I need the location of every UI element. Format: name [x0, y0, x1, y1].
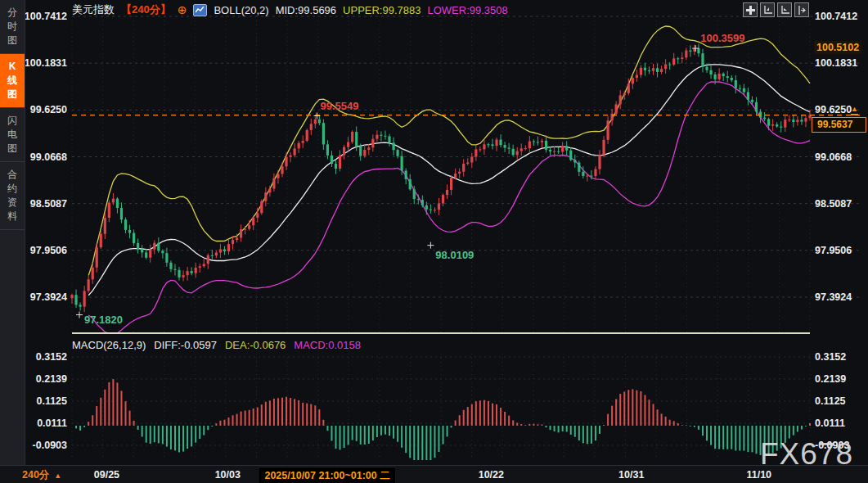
macd-diff-value: DIFF:-0.0597	[154, 339, 217, 351]
instrument-title: 美元指数	[72, 2, 115, 17]
high-price-label: 100.5102	[814, 41, 861, 54]
svg-text:99.0668: 99.0668	[815, 151, 852, 163]
svg-text:97.9506: 97.9506	[815, 245, 852, 256]
timestamp-box: 2025/10/07 21:00~01:00 二	[258, 467, 396, 483]
svg-text:99.6250: 99.6250	[30, 104, 67, 115]
boll-label: BOLL(20,2)	[214, 4, 268, 16]
svg-text:97.1820: 97.1820	[84, 314, 123, 326]
svg-text:0.2139: 0.2139	[815, 373, 846, 385]
svg-text:100.7412: 100.7412	[25, 11, 67, 22]
chart-toolbar	[743, 2, 809, 17]
date-label: 10/03	[215, 469, 241, 481]
scroll-up-marker[interactable]: ▲	[851, 106, 858, 115]
chart-header: 美元指数 【240分】 ⊕ BOLL(20,2) MID:99.5696 UPP…	[72, 3, 508, 16]
period-selector[interactable]: 240分 ▲	[22, 468, 61, 482]
svg-text:97.3924: 97.3924	[815, 291, 852, 303]
svg-text:0.1125: 0.1125	[36, 395, 67, 407]
axis-labels: 100.7412100.7412100.1831100.183199.62509…	[25, 11, 857, 451]
svg-text:98.0109: 98.0109	[435, 249, 474, 261]
svg-text:97.3924: 97.3924	[30, 291, 67, 303]
svg-text:100.3599: 100.3599	[700, 32, 744, 44]
time-axis: 240分 ▲ 2025/10/07 21:00~01:00 二 09/2510/…	[0, 465, 868, 483]
macd-header: MACD(26,12,9) DIFF:-0.0597 DEA:-0.0676 M…	[72, 339, 361, 351]
svg-text:-0.0903: -0.0903	[33, 440, 67, 451]
indicator-chart-icon[interactable]	[193, 4, 207, 16]
svg-text:0.0111: 0.0111	[815, 418, 845, 429]
period-text: 240分	[22, 468, 49, 482]
svg-text:0.1125: 0.1125	[815, 395, 846, 407]
svg-text:100.7412: 100.7412	[815, 11, 857, 22]
watermark: FX678	[760, 437, 853, 472]
sidebar-tab-contract-info[interactable]: 合约资料	[0, 162, 25, 230]
boll-mid-value: MID:99.5696	[276, 4, 336, 16]
sidebar-tab-time-chart[interactable]: 分时图	[0, 0, 25, 54]
price-annotations: 100.359999.554998.010997.1820	[76, 32, 744, 325]
svg-text:0.0111: 0.0111	[37, 418, 67, 429]
svg-text:0.2139: 0.2139	[36, 373, 67, 385]
svg-text:100.1831: 100.1831	[815, 57, 857, 69]
svg-text:98.5087: 98.5087	[815, 198, 852, 210]
svg-text:99.5549: 99.5549	[320, 100, 358, 112]
sidebar-tab-kline-chart[interactable]: K线图	[0, 54, 25, 108]
sidebar-tab-flash-chart[interactable]: 闪电图	[0, 108, 25, 162]
period-up-triangle: ▲	[54, 472, 61, 480]
date-label: 10/31	[618, 469, 644, 481]
date-label: 09/25	[94, 469, 119, 481]
trading-terminal: 100.7412100.7412100.1831100.183199.62509…	[0, 0, 868, 483]
pan-right-icon[interactable]	[794, 2, 809, 17]
svg-text:98.5087: 98.5087	[30, 198, 67, 210]
boll-lower-value: LOWER:99.3508	[427, 4, 507, 16]
interval-label[interactable]: 【240分】	[121, 2, 171, 17]
svg-text:0.3152: 0.3152	[815, 351, 846, 363]
candles	[70, 44, 811, 313]
svg-text:99.6250: 99.6250	[815, 104, 852, 115]
sidebar: 分时图K线图闪电图合约资料	[0, 0, 25, 465]
move-crosshair-icon[interactable]	[743, 2, 758, 17]
crosshair-target-icon[interactable]: ⊕	[178, 3, 187, 16]
macd-macd-value: MACD:0.0158	[294, 339, 361, 351]
date-label: 10/22	[479, 469, 504, 481]
svg-text:97.9506: 97.9506	[30, 245, 67, 256]
svg-text:99.0668: 99.0668	[30, 151, 67, 163]
macd-params-label: MACD(26,12,9)	[72, 339, 146, 351]
zoom-axis-right-icon[interactable]	[777, 2, 792, 17]
boll-upper-value: UPPER:99.7883	[343, 4, 421, 16]
gridlines	[72, 16, 861, 460]
current-price-badge: 99.5637	[812, 117, 866, 133]
price-chart-canvas[interactable]: 100.7412100.7412100.1831100.183199.62509…	[0, 0, 868, 465]
svg-text:100.1831: 100.1831	[25, 57, 67, 69]
macd-dea-value: DEA:-0.0676	[225, 339, 286, 351]
svg-text:0.3152: 0.3152	[36, 351, 67, 363]
zoom-axis-left-icon[interactable]	[760, 2, 775, 17]
